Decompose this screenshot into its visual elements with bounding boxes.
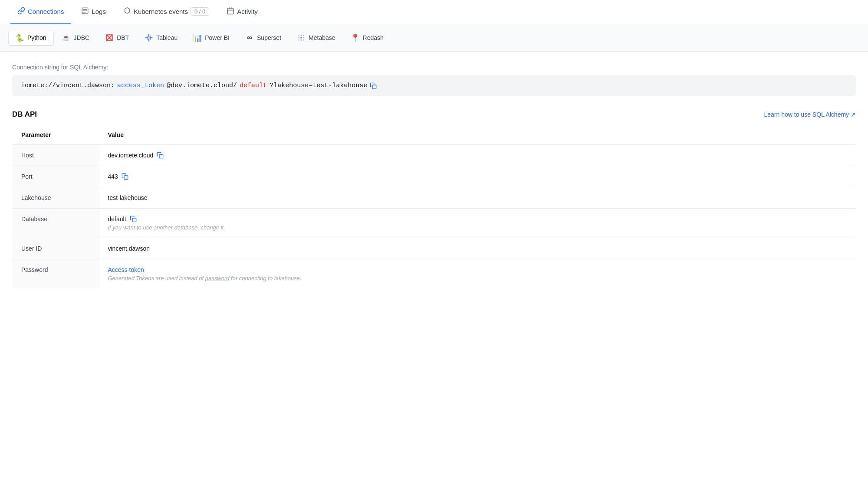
database-value-container: default: [108, 216, 847, 222]
cs-blue: access_token: [117, 82, 164, 89]
db-api-title: DB API: [12, 110, 37, 119]
svg-point-28: [301, 39, 302, 41]
svg-point-23: [298, 39, 299, 41]
cs-suffix: ?lakehouse=test-lakehouse: [270, 82, 367, 89]
svg-rect-17: [150, 36, 151, 37]
copy-connection-string-button[interactable]: [370, 82, 377, 89]
cs-prefix: iomete://vincent.dawson:: [21, 82, 115, 89]
table-row: Database default If you want to use anot…: [13, 209, 856, 238]
dbt-icon: [105, 33, 114, 42]
value-userid: vincent.dawson: [99, 238, 856, 259]
redash-icon: 📍: [351, 33, 360, 42]
svg-rect-19: [150, 38, 151, 40]
tab-python[interactable]: 🐍 Python: [9, 30, 53, 45]
table-row: Lakehouse test-lakehouse: [13, 187, 856, 209]
nav-kubernetes[interactable]: Kubernetes events 0 / 0: [116, 0, 216, 24]
cs-red: default: [240, 82, 267, 89]
tab-powerbi-label: Power BI: [205, 34, 230, 41]
userid-value: vincent.dawson: [108, 245, 150, 252]
tab-jdbc-label: JDBC: [74, 34, 90, 41]
kubernetes-badge: 0 / 0: [191, 7, 209, 16]
table-row: User ID vincent.dawson: [13, 238, 856, 259]
learn-sql-alchemy-link[interactable]: Learn how to use SQL Alchemy ↗: [764, 111, 856, 118]
svg-rect-31: [124, 176, 128, 180]
tab-redash[interactable]: 📍 Redash: [344, 30, 391, 45]
svg-rect-16: [147, 36, 148, 37]
tab-dbt[interactable]: DBT: [98, 30, 136, 45]
tableau-icon: [145, 33, 153, 42]
nav-activity[interactable]: Activity: [220, 0, 265, 24]
tab-jdbc[interactable]: ☕ JDBC: [55, 30, 97, 45]
nav-connections[interactable]: Connections: [10, 0, 71, 24]
tab-tableau[interactable]: Tableau: [138, 30, 184, 45]
svg-rect-18: [147, 38, 148, 40]
value-host: dev.iomete.cloud: [99, 145, 856, 166]
nav-connections-label: Connections: [28, 8, 64, 15]
svg-rect-29: [372, 85, 376, 89]
logs-icon: [81, 7, 89, 16]
value-port: 443: [99, 166, 856, 187]
python-icon: 🐍: [16, 33, 24, 42]
connections-icon: [17, 7, 25, 16]
svg-point-20: [300, 37, 302, 39]
port-value: 443: [108, 173, 118, 180]
param-database: Database: [13, 209, 99, 238]
db-api-header: DB API Learn how to use SQL Alchemy ↗: [12, 110, 856, 119]
value-database: default If you want to use another datab…: [99, 209, 856, 238]
tab-metabase[interactable]: Metabase: [290, 30, 342, 45]
table-row: Host dev.iomete.cloud: [13, 145, 856, 166]
svg-rect-5: [228, 8, 234, 14]
param-host: Host: [13, 145, 99, 166]
activity-calendar-icon: [227, 7, 234, 16]
kubernetes-icon: [123, 7, 131, 16]
tab-redash-label: Redash: [363, 34, 384, 41]
svg-marker-4: [125, 8, 130, 14]
cs-middle: @dev.iomete.cloud/: [167, 82, 237, 89]
svg-point-27: [301, 35, 302, 36]
params-table: Parameter Value Host dev.iomete.cloud: [12, 125, 856, 289]
col-value: Value: [99, 125, 856, 145]
svg-point-21: [298, 35, 299, 36]
value-lakehouse: test-lakehouse: [99, 187, 856, 209]
metabase-icon: [297, 33, 306, 42]
nav-logs[interactable]: Logs: [74, 0, 113, 24]
param-lakehouse: Lakehouse: [13, 187, 99, 209]
main-content: Connection string for SQL Alchemy: iomet…: [0, 52, 868, 301]
lakehouse-value: test-lakehouse: [108, 194, 148, 201]
svg-point-24: [303, 39, 304, 41]
top-nav: Connections Logs Kubernetes events 0 / 0…: [0, 0, 868, 24]
database-secondary: If you want to use another database, cha…: [108, 224, 847, 231]
svg-point-26: [303, 37, 304, 39]
svg-point-25: [298, 37, 299, 39]
nav-logs-label: Logs: [92, 8, 106, 15]
col-parameter: Parameter: [13, 125, 99, 145]
tab-metabase-label: Metabase: [309, 34, 335, 41]
svg-rect-32: [132, 218, 136, 222]
port-value-container: 443: [108, 173, 847, 180]
access-token-link[interactable]: Access token: [108, 266, 144, 273]
copy-port-button[interactable]: [122, 173, 128, 180]
copy-database-button[interactable]: [130, 216, 137, 222]
copy-host-button[interactable]: [157, 152, 164, 159]
password-secondary: Generated Tokens are used instead of pas…: [108, 275, 847, 281]
value-password: Access token Generated Tokens are used i…: [99, 259, 856, 289]
nav-activity-label: Activity: [237, 8, 258, 15]
connection-string-label: Connection string for SQL Alchemy:: [12, 64, 856, 71]
tab-superset[interactable]: ∞ Superset: [238, 30, 288, 45]
svg-rect-30: [159, 154, 163, 158]
database-value: default: [108, 216, 126, 222]
param-userid: User ID: [13, 238, 99, 259]
tab-superset-label: Superset: [257, 34, 281, 41]
host-value: dev.iomete.cloud: [108, 152, 154, 159]
table-row: Port 443: [13, 166, 856, 187]
tab-tableau-label: Tableau: [156, 34, 178, 41]
param-port: Port: [13, 166, 99, 187]
svg-rect-12: [148, 34, 150, 37]
tab-dbt-label: DBT: [117, 34, 129, 41]
jdbc-icon: ☕: [62, 33, 71, 42]
tool-tabs: 🐍 Python ☕ JDBC DBT Tableau 📊 Power BI ∞…: [0, 24, 868, 52]
host-value-container: dev.iomete.cloud: [108, 152, 847, 159]
tab-powerbi[interactable]: 📊 Power BI: [186, 30, 237, 45]
nav-kubernetes-label: Kubernetes events: [134, 8, 188, 15]
svg-rect-13: [148, 39, 150, 42]
